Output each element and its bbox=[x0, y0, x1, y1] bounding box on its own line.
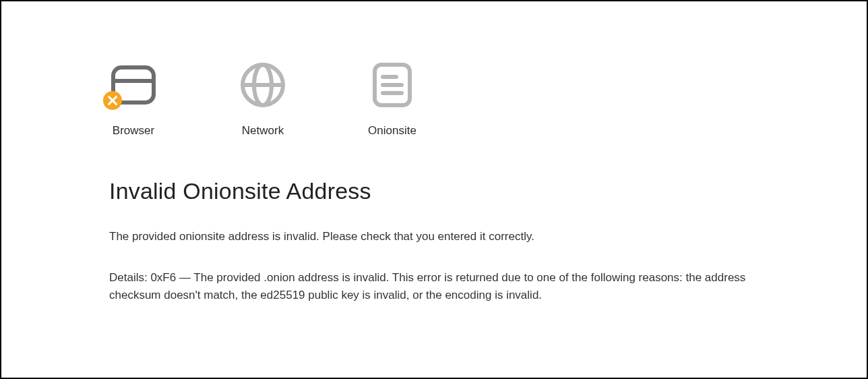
error-x-badge-icon bbox=[102, 90, 123, 111]
error-message: The provided onionsite address is invali… bbox=[109, 229, 759, 245]
step-browser-label: Browser bbox=[113, 124, 154, 138]
step-onionsite: Onionsite bbox=[368, 61, 416, 138]
document-icon bbox=[368, 61, 416, 109]
error-steps-row: Browser Network Onionsite bbox=[109, 61, 759, 138]
error-details: Details: 0xF6 — The provided .onion addr… bbox=[109, 269, 756, 305]
globe-icon bbox=[239, 61, 287, 109]
browser-icon bbox=[109, 61, 158, 109]
step-onionsite-label: Onionsite bbox=[368, 124, 416, 138]
error-title: Invalid Onionsite Address bbox=[109, 178, 759, 204]
step-network: Network bbox=[239, 61, 287, 138]
step-browser: Browser bbox=[109, 61, 158, 138]
step-network-label: Network bbox=[242, 124, 284, 138]
